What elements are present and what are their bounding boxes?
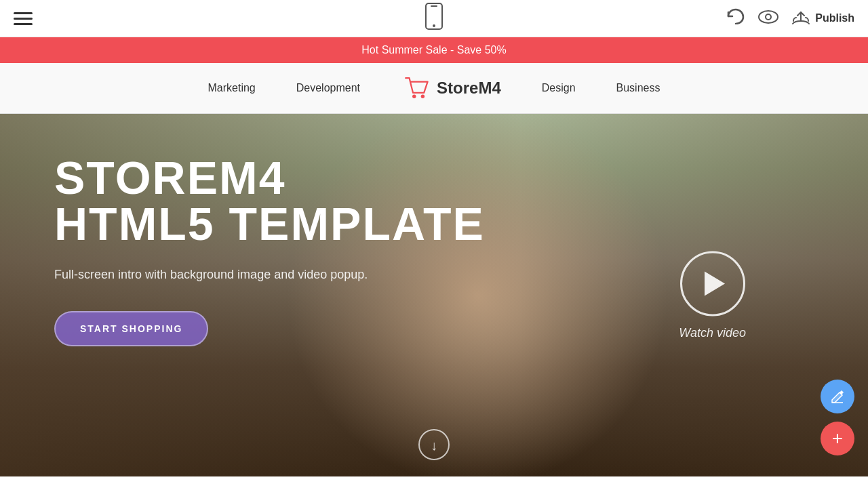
svg-point-5 [412,94,416,98]
fab-add-button[interactable]: + [821,422,854,455]
announcement-bar: Hot Summer Sale - Save 50% [0,37,868,63]
nav-development[interactable]: Development [296,82,360,94]
undo-icon[interactable] [726,8,745,28]
toolbar: Publish [0,0,868,37]
mobile-preview-icon[interactable] [425,17,443,34]
nav-design[interactable]: Design [542,82,576,94]
watch-video-button[interactable]: Watch video [679,251,746,340]
scroll-down-circle: ↓ [418,429,450,460]
play-icon [705,271,725,296]
nav-marketing[interactable]: Marketing [208,82,256,94]
svg-point-3 [759,11,778,23]
scroll-down-button[interactable]: ↓ [418,429,450,460]
svg-point-6 [421,94,425,98]
hero-title-line2: HTML5 TEMPLATE [54,201,814,247]
cart-icon [401,73,431,104]
toolbar-right: Publish [726,8,854,28]
hamburger-icon[interactable] [14,12,33,25]
nav-business[interactable]: Business [616,82,660,94]
svg-point-1 [433,24,435,27]
svg-point-4 [766,14,771,20]
publish-button[interactable]: Publish [792,11,854,26]
announcement-text: Hot Summer Sale - Save 50% [361,44,506,56]
toolbar-left [14,12,33,25]
hero-title-line1: STOREM4 [54,155,814,201]
publish-label: Publish [815,12,854,24]
brand-name: StoreM4 [437,79,501,98]
scroll-down-arrow: ↓ [431,438,437,453]
toolbar-center [425,2,443,35]
start-shopping-button[interactable]: START SHOPPING [54,311,208,346]
watch-video-label: Watch video [679,325,746,340]
play-circle [680,251,745,316]
preview-icon[interactable] [758,9,778,27]
add-icon: + [832,429,843,448]
navbar: Marketing Development StoreM4 Design Bus… [0,63,868,114]
hero-section: STOREM4 HTML5 TEMPLATE Full-screen intro… [0,114,868,476]
hero-subtitle: Full-screen intro with background image … [54,266,393,284]
brand: StoreM4 [401,73,501,104]
fab-edit-button[interactable] [821,380,854,413]
